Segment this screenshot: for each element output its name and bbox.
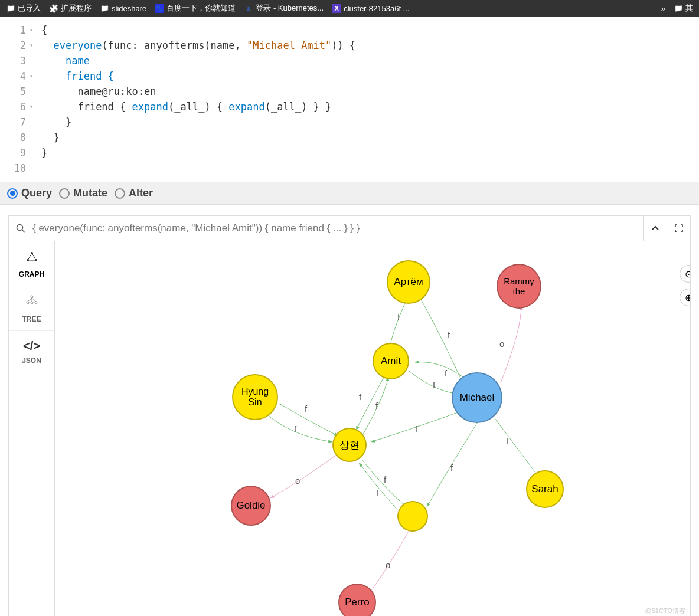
node-blank[interactable]: [397, 501, 428, 532]
editor-gutter: 1 2 3 4 5 6 7 8 9 10: [0, 17, 31, 182]
edge-label: f: [450, 463, 453, 473]
edge-label: f: [294, 424, 296, 434]
edge-label: f: [507, 436, 509, 446]
query-bar: { everyone(func: anyofterms(name, "Micha…: [8, 215, 691, 241]
bookmark-baidu[interactable]: 🐾百度一下，你就知道: [151, 2, 239, 15]
svg-point-11: [35, 302, 37, 304]
kubernetes-icon: ⎈: [244, 4, 253, 13]
svg-point-8: [31, 296, 33, 298]
bookmark-label: 已导入: [18, 3, 41, 14]
svg-line-1: [22, 230, 25, 233]
bookmark-label: 百度一下，你就知道: [166, 3, 236, 14]
mode-label-alter: Alter: [129, 187, 153, 199]
graph-canvas[interactable]: f f f f f f f f f f f f f o o o Артём Ra…: [55, 241, 690, 616]
edge-label: f: [433, 380, 435, 390]
graph-icon: [11, 250, 52, 267]
tree-icon: [11, 294, 52, 312]
edge-label: f: [359, 392, 361, 402]
editor-code[interactable]: { everyone(func: anyofterms(name, "Micha…: [31, 17, 355, 182]
sidebar-item-tree[interactable]: TREE: [9, 286, 54, 331]
folder-icon: [674, 4, 683, 13]
watermark: @51CTO博客: [645, 607, 685, 615]
chevron-up-icon: [651, 224, 659, 232]
bookmark-label: 登录 - Kubernetes...: [256, 3, 324, 14]
bookmark-kubernetes[interactable]: ⎈登录 - Kubernetes...: [240, 2, 327, 15]
node-michael[interactable]: Michael: [452, 372, 502, 423]
svg-point-10: [31, 302, 33, 304]
bookmark-label: 其: [685, 3, 693, 14]
bookmark-other[interactable]: 其: [670, 2, 697, 15]
mode-label-query: Query: [21, 187, 52, 199]
mode-bar: Query Mutate Alter: [0, 182, 699, 205]
edge-label: f: [448, 330, 450, 340]
bookmark-label: slideshare: [112, 4, 146, 13]
x-icon: X: [332, 4, 341, 13]
edge-label: f: [397, 312, 400, 322]
edge-label: o: [295, 476, 300, 486]
edge-label: f: [445, 368, 447, 378]
sidebar-label: GRAPH: [19, 270, 44, 278]
search-icon: [9, 224, 32, 233]
bookmark-label: cluster-82153a6f ...: [344, 4, 409, 13]
collapse-button[interactable]: [643, 216, 667, 241]
node-sarah[interactable]: Sarah: [526, 470, 564, 508]
bookmark-cluster[interactable]: Xcluster-82153a6f ...: [328, 2, 413, 14]
radio-mutate[interactable]: [59, 188, 70, 199]
bookmark-imported[interactable]: 已导入: [2, 2, 44, 15]
svg-line-5: [28, 253, 32, 260]
result-panel: GRAPH TREE </> JSON: [8, 241, 691, 616]
edge-label: f: [384, 474, 386, 484]
node-perro[interactable]: Perro: [338, 584, 376, 616]
node-artyom[interactable]: Артём: [387, 260, 430, 304]
puzzle-icon: [49, 4, 58, 13]
view-sidebar: GRAPH TREE </> JSON: [9, 241, 55, 616]
node-goldie[interactable]: Goldie: [231, 486, 271, 526]
radio-query[interactable]: [7, 188, 18, 199]
folder-icon: [100, 4, 109, 13]
sidebar-item-json[interactable]: </> JSON: [9, 331, 54, 372]
svg-line-12: [28, 298, 32, 302]
expand-button[interactable]: [667, 216, 690, 241]
edge-label: f: [375, 401, 378, 411]
bookmark-extensions[interactable]: 扩展程序: [45, 2, 95, 15]
baidu-icon: 🐾: [155, 4, 164, 13]
bookmarks-overflow[interactable]: »: [658, 4, 669, 13]
radio-alter[interactable]: [115, 188, 125, 199]
query-text: { everyone(func: anyofterms(name, "Micha…: [32, 222, 643, 234]
node-hyung[interactable]: Hyung Sin: [232, 374, 278, 420]
node-rammy[interactable]: Rammy the: [497, 264, 541, 309]
edge-label: f: [305, 404, 307, 414]
edge-label: o: [499, 339, 504, 349]
svg-line-6: [32, 253, 36, 260]
folder-icon: [6, 4, 15, 13]
mode-label-mutate: Mutate: [73, 187, 107, 199]
svg-line-14: [32, 298, 36, 302]
bookmark-slideshare[interactable]: slideshare: [96, 2, 150, 14]
bookmark-label: 扩展程序: [61, 3, 92, 14]
edge-label: f: [377, 488, 379, 498]
svg-point-0: [17, 225, 23, 231]
node-amit[interactable]: Amit: [373, 343, 409, 379]
edge-label: f: [415, 424, 417, 434]
sidebar-item-graph[interactable]: GRAPH: [9, 241, 54, 286]
sidebar-label: JSON: [22, 356, 41, 365]
code-icon: </>: [11, 339, 52, 353]
code-editor[interactable]: 1 2 3 4 5 6 7 8 9 10 { everyone(func: an…: [0, 17, 699, 182]
edge-label: o: [386, 560, 390, 570]
sidebar-label: TREE: [22, 315, 41, 323]
graph-edges: [55, 241, 690, 616]
bookmarks-bar: 已导入 扩展程序 slideshare 🐾百度一下，你就知道 ⎈登录 - Kub…: [0, 0, 699, 17]
fullscreen-icon: [675, 224, 683, 232]
svg-point-9: [27, 302, 29, 304]
node-sanghyeon[interactable]: 상현: [332, 428, 367, 462]
